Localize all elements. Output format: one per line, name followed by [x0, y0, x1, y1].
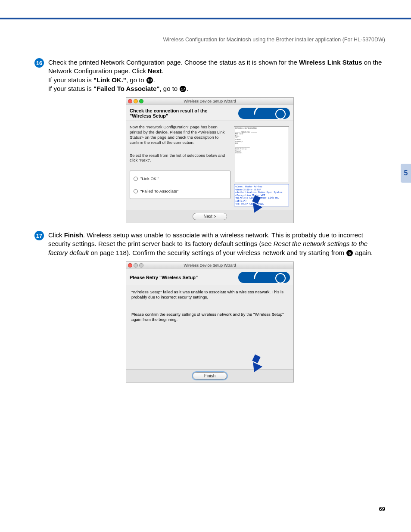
- step-17-body: Click Finish. Wireless setup was unable …: [48, 231, 385, 257]
- wizard-footer: Finish: [126, 369, 293, 382]
- radio-label: "Failed To Associate": [140, 189, 178, 193]
- wizard-body: "Wireless Setup" failed as it was unable…: [126, 285, 293, 369]
- t: .: [153, 76, 155, 84]
- wizard-left: Now the "Network Configuration" page has…: [130, 124, 230, 206]
- hl: <Name(SSID)> SETUP: [235, 188, 288, 191]
- ref-17: 17: [180, 86, 186, 92]
- t: Check the printed Network Configuration …: [48, 59, 299, 66]
- next-button[interactable]: Next >: [193, 213, 227, 220]
- ref-6: 6: [346, 250, 353, 256]
- wizard-p2: Select the result from the list of selec…: [130, 153, 230, 163]
- wizard-header: Check the connection result of the "Wire…: [126, 105, 293, 121]
- wizard-right: NETWORK CONFIGURATION ===== WIRELESS ===…: [234, 124, 290, 206]
- arrow-icon: [251, 364, 261, 373]
- step-17: 17 Click Finish. Wireless setup was unab…: [34, 231, 385, 257]
- wizard-footer: Next >: [126, 210, 293, 223]
- t: If your status is: [48, 85, 93, 92]
- t: Next: [148, 67, 162, 75]
- t: Wireless Link Status: [299, 59, 362, 66]
- ref-18: 18: [146, 77, 153, 84]
- wizard-window-title: Wireless Device Setup Wizard: [126, 99, 293, 103]
- wizard-header: Please Retry "Wireless Setup": [126, 269, 293, 285]
- step-16: 16 Check the printed Network Configurati…: [34, 58, 385, 93]
- t: , go to: [126, 76, 146, 84]
- wizard-p2: Please confirm the security settings of …: [131, 312, 288, 322]
- wizard-p1: "Wireless Setup" failed as it was unable…: [131, 289, 288, 300]
- page-preview: NETWORK CONFIGURATION ===== WIRELESS ===…: [234, 126, 289, 182]
- wizard-window-title: Wireless Device Setup Wizard: [126, 263, 293, 268]
- t: on page 118). Confirm the security setti…: [89, 249, 346, 256]
- page-number: 69: [379, 506, 385, 512]
- arrow-icon: [251, 205, 261, 213]
- hl: <Wireless Link Status> Link OK, 11b(11M): [235, 196, 288, 202]
- radio-group: "Link OK." "Failed To Associate": [130, 171, 230, 199]
- wizard-body: Now the "Network Configuration" page has…: [126, 121, 293, 210]
- wizard-header-title: Please Retry "Wireless Setup": [130, 275, 198, 280]
- page-header: Wireless Configuration for Macintosh usi…: [163, 37, 386, 43]
- wizard-p1: Now the "Network Configuration" page has…: [130, 124, 230, 145]
- wizard-titlebar: Wireless Device Setup Wizard: [126, 262, 293, 269]
- wifi-logo-icon: [238, 108, 290, 119]
- wizard-titlebar: Wireless Device Setup Wizard: [126, 98, 293, 105]
- hl: <Tx Power Code> FULL: [235, 202, 288, 205]
- radio-link-ok[interactable]: "Link OK.": [134, 174, 227, 183]
- wizard-header-title: Check the connection result of the "Wire…: [130, 108, 229, 118]
- hl: <Comm. Mode> Ad-hoc: [235, 185, 288, 188]
- top-blue-band: [0, 18, 411, 19]
- hl: <Encryption Mode> WEP: [235, 194, 288, 197]
- step-16-body: Check the printed Network Configuration …: [48, 58, 385, 93]
- radio-icon: [134, 177, 138, 181]
- radio-icon: [134, 189, 138, 193]
- t: .: [187, 85, 188, 92]
- wifi-logo-icon: [238, 272, 290, 283]
- t: .: [162, 67, 163, 75]
- step-badge-16: 16: [34, 58, 44, 68]
- t: If your status is: [48, 76, 93, 84]
- chapter-tab: 5: [401, 164, 411, 183]
- wizard-retry-setup: Wireless Device Setup Wizard Please Retr…: [126, 261, 294, 383]
- t: , go to: [159, 85, 179, 92]
- finish-button[interactable]: Finish: [193, 372, 227, 380]
- t: Click: [48, 231, 64, 239]
- t: Finish: [64, 231, 83, 239]
- wizard-check-connection: Wireless Device Setup Wizard Check the c…: [126, 97, 294, 223]
- page-content: 16 Check the printed Network Configurati…: [34, 58, 385, 390]
- radio-failed-associate[interactable]: "Failed To Associate": [134, 187, 227, 195]
- hl: <Authentication Mode> Open System: [235, 191, 288, 194]
- radio-label: "Link OK.": [140, 176, 159, 181]
- highlight-box: <Comm. Mode> Ad-hoc <Name(SSID)> SETUP <…: [234, 184, 289, 206]
- t: "Failed To Associate": [93, 85, 159, 92]
- t: "Link OK.": [93, 76, 126, 84]
- t: again.: [353, 249, 373, 256]
- step-badge-17: 17: [34, 231, 44, 240]
